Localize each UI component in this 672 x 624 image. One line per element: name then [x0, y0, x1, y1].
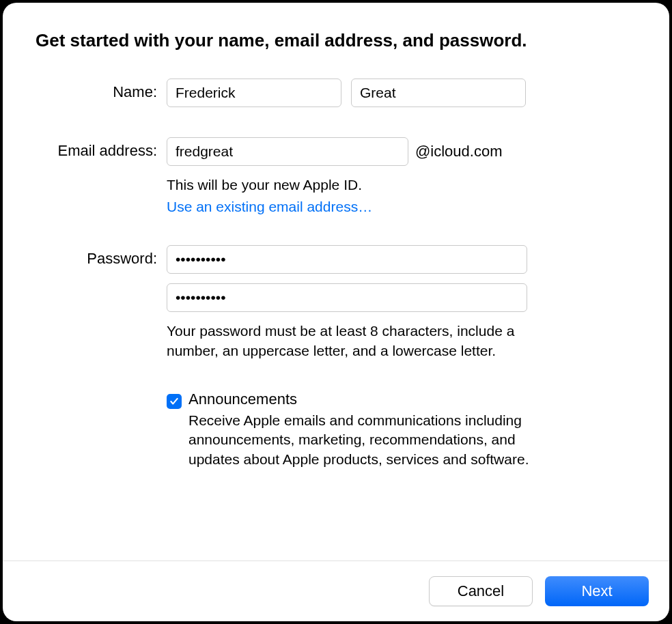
password-row: Password: Your password must be at least…	[36, 245, 636, 469]
cancel-button[interactable]: Cancel	[429, 576, 533, 606]
announcements-content: Announcements Receive Apple emails and c…	[188, 391, 537, 469]
password-confirm-input[interactable]	[167, 283, 527, 312]
name-input-group	[167, 79, 636, 107]
password-label: Password:	[36, 245, 167, 268]
email-label: Email address:	[36, 137, 167, 160]
announcements-row: Announcements Receive Apple emails and c…	[167, 391, 636, 469]
dialog-content: Get started with your name, email addres…	[3, 3, 669, 561]
announcements-title: Announcements	[188, 391, 537, 408]
checkmark-icon	[169, 397, 179, 406]
email-helper-text: This will be your new Apple ID.	[167, 175, 529, 195]
name-label: Name:	[36, 79, 167, 101]
announcements-checkbox[interactable]	[167, 394, 182, 409]
password-fields: Your password must be at least 8 charact…	[167, 245, 636, 469]
email-input-group: @icloud.com	[167, 137, 636, 166]
last-name-input[interactable]	[351, 79, 526, 107]
password-helper-text: Your password must be at least 8 charact…	[167, 322, 529, 360]
name-row: Name:	[36, 79, 636, 107]
signup-dialog: Get started with your name, email addres…	[3, 3, 669, 621]
use-existing-email-link[interactable]: Use an existing email address…	[167, 199, 636, 215]
email-input[interactable]	[167, 137, 408, 166]
name-fields	[167, 79, 636, 107]
first-name-input[interactable]	[167, 79, 341, 107]
email-domain-suffix: @icloud.com	[415, 143, 503, 160]
email-row: Email address: @icloud.com This will be …	[36, 137, 636, 215]
announcements-description: Receive Apple emails and communications …	[188, 411, 537, 469]
password-input[interactable]	[167, 245, 527, 274]
email-fields: @icloud.com This will be your new Apple …	[167, 137, 636, 215]
next-button[interactable]: Next	[545, 576, 649, 606]
dialog-heading: Get started with your name, email addres…	[36, 30, 636, 51]
dialog-footer: Cancel Next	[3, 561, 669, 621]
